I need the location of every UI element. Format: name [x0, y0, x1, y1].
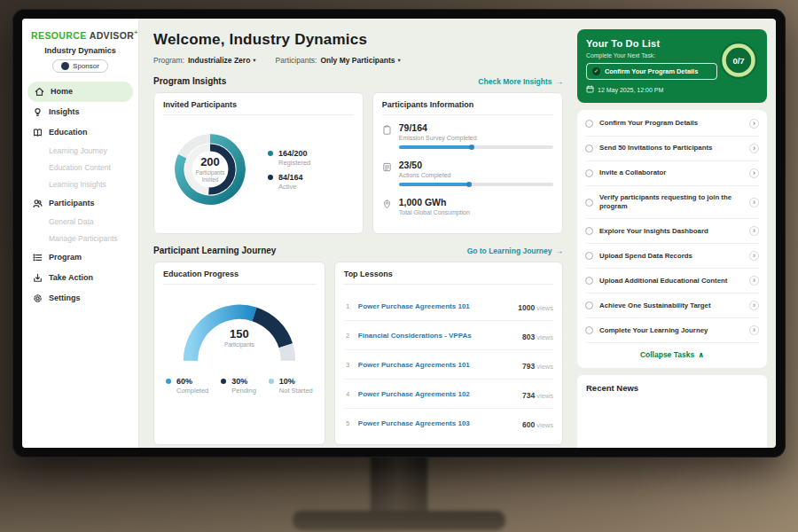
app-logo: RESOURCE ADVISOR+	[22, 27, 138, 43]
sidebar-item-general-data[interactable]: General Data	[22, 214, 138, 231]
arrow-right-icon: →	[556, 77, 564, 86]
people-icon	[33, 199, 43, 208]
lesson-link[interactable]: Power Purchase Agreements 101	[358, 302, 512, 310]
learning-cards: Education Progress	[153, 262, 563, 445]
sponsor-badge[interactable]: Sponsor	[52, 59, 108, 73]
checkbox-icon[interactable]	[585, 326, 593, 334]
checkbox-icon[interactable]	[585, 145, 593, 153]
logo-text-advisor: ADVISOR	[90, 30, 135, 41]
chevron-right-icon: ›	[749, 226, 759, 236]
blue-dot-icon	[166, 379, 171, 384]
sidebar-nav: Home Insights Education Learning Journey…	[22, 82, 138, 309]
monitor-stand-base	[293, 511, 505, 530]
lesson-link[interactable]: Power Purchase Agreements 101	[358, 361, 516, 369]
task-row-invite-collaborator[interactable]: Invite a Collaborator ›	[585, 161, 759, 186]
lesson-row: 5 Power Purchase Agreements 103 600views	[344, 409, 553, 437]
sidebar-item-settings[interactable]: Settings	[22, 288, 138, 309]
task-row-achieve-target[interactable]: Achieve One Sustainability Target ›	[585, 293, 759, 318]
go-to-learning-journey-link[interactable]: Go to Learning Journey →	[467, 246, 563, 255]
todo-progress-ring: 0/7	[718, 40, 759, 81]
checkbox-icon[interactable]	[585, 277, 593, 285]
navy-dot-icon	[268, 175, 273, 180]
sidebar-item-home[interactable]: Home	[27, 82, 133, 102]
task-row-confirm-program[interactable]: Confirm Your Program Details ›	[585, 112, 759, 137]
lesson-views: 803views	[522, 327, 553, 343]
program-select[interactable]: Industrialize Zero ▾	[188, 56, 256, 65]
check-more-insights-link[interactable]: Check More Insights →	[478, 77, 563, 86]
chevron-right-icon: ›	[749, 325, 759, 335]
location-pin-icon	[382, 197, 392, 215]
nav-label: Learning Insights	[49, 180, 106, 189]
checkbox-icon[interactable]	[585, 301, 593, 309]
sidebar-item-education[interactable]: Education	[22, 122, 138, 143]
todo-panel: Your To Do List Complete Your Next Task:…	[574, 19, 776, 448]
sidebar-item-learning-journey[interactable]: Learning Journey	[22, 143, 138, 160]
nav-label: General Data	[49, 217, 94, 226]
sidebar-item-learning-insights[interactable]: Learning Insights	[22, 176, 138, 193]
checkbox-icon[interactable]	[585, 227, 593, 235]
top-lessons-card: Top Lessons 1 Power Purchase Agreements …	[334, 262, 563, 445]
checkbox-icon[interactable]	[585, 252, 593, 260]
lesson-link[interactable]: Power Purchase Agreements 103	[358, 419, 516, 427]
next-task-due: 12 May 2025, 12:00 PM	[586, 85, 758, 94]
collapse-tasks-link[interactable]: Collapse Tasks ∧	[585, 343, 759, 366]
chevron-right-icon: ›	[749, 168, 759, 178]
nav-label: Insights	[49, 107, 80, 116]
sidebar-item-take-action[interactable]: Take Action	[22, 268, 138, 288]
sidebar-item-education-content[interactable]: Education Content	[22, 160, 138, 176]
lesson-row: 3 Power Purchase Agreements 101 793views	[344, 350, 553, 379]
chevron-right-icon: ›	[749, 276, 759, 286]
education-gauge-chart: 150 Participants	[173, 292, 306, 373]
checkbox-icon[interactable]	[585, 120, 593, 128]
recent-news-card: Recent News	[577, 375, 767, 448]
logo-text-resource: RESOURCE	[31, 30, 87, 41]
task-row-verify-participants[interactable]: Verify participants requesting to join t…	[585, 186, 759, 219]
chevron-right-icon: ›	[749, 198, 759, 207]
nav-label: Settings	[49, 293, 81, 302]
nav-label: Manage Participants	[49, 234, 118, 243]
task-row-send-invitations[interactable]: Send 50 Invitations to Participants ›	[585, 137, 759, 161]
lesson-row: 4 Power Purchase Agreements 102 734views	[344, 379, 553, 409]
page-title: Welcome, Industry Dynamics	[153, 31, 563, 49]
program-insights-header: Program Insights Check More Insights →	[153, 76, 563, 86]
lesson-link[interactable]: Financial Considerations - VPPAs	[358, 332, 516, 340]
nav-label: Program	[49, 253, 82, 262]
sidebar-item-participants[interactable]: Participants	[22, 193, 138, 214]
lesson-views: 734views	[522, 386, 553, 402]
task-row-complete-learning-journey[interactable]: Complete Your Learning Journey ›	[585, 318, 759, 343]
progress-bar	[399, 145, 553, 149]
nav-label: Education	[49, 128, 88, 137]
chevron-right-icon: ›	[749, 144, 759, 153]
program-filter-label: Program:	[153, 56, 184, 65]
learning-journey-header: Participant Learning Journey Go to Learn…	[153, 246, 563, 255]
legend-registered: 164/200 Registered	[268, 149, 310, 167]
participants-select[interactable]: Only My Participants ▾	[320, 56, 400, 65]
calendar-icon	[586, 85, 594, 94]
lesson-link[interactable]: Power Purchase Agreements 102	[358, 390, 516, 398]
checkbox-icon[interactable]	[585, 199, 593, 207]
sidebar-item-insights[interactable]: Insights	[22, 102, 138, 122]
nav-label: Take Action	[49, 273, 93, 282]
sidebar-item-manage-participants[interactable]: Manage Participants	[22, 231, 138, 247]
check-icon: ✓	[592, 67, 600, 75]
lesson-row: 1 Power Purchase Agreements 101 1000view…	[344, 292, 553, 321]
todo-task-list: Confirm Your Program Details › Send 50 I…	[577, 110, 767, 368]
section-title: Participant Learning Journey	[153, 246, 276, 255]
legend-pending: 30% Pending	[221, 377, 256, 395]
task-row-upload-educational-content[interactable]: Upload Additional Educational Content ›	[585, 269, 759, 293]
gauge-legend: 60% Completed 30% Pending	[163, 377, 316, 395]
nav-label: Learning Journey	[49, 146, 107, 155]
sidebar-item-program[interactable]: Program	[22, 247, 138, 268]
sidebar: RESOURCE ADVISOR+ Industry Dynamics Spon…	[22, 19, 139, 448]
home-icon	[35, 87, 44, 97]
global-consumption-stat: 1,000 GWh Total Global Consumption	[382, 197, 553, 215]
next-task-chip[interactable]: ✓ Confirm Your Program Details	[586, 63, 717, 80]
task-row-upload-spend-data[interactable]: Upload Spend Data Records ›	[585, 244, 759, 269]
checkbox-icon[interactable]	[585, 169, 593, 177]
lesson-views: 600views	[522, 415, 553, 431]
monitor-bezel: RESOURCE ADVISOR+ Industry Dynamics Spon…	[12, 9, 786, 458]
recent-news-heading: Recent News	[586, 383, 758, 393]
chevron-down-icon: ▾	[397, 57, 400, 64]
todo-progress-count: 0/7	[718, 40, 759, 81]
task-row-explore-insights[interactable]: Explore Your Insights Dashboard ›	[585, 219, 759, 244]
